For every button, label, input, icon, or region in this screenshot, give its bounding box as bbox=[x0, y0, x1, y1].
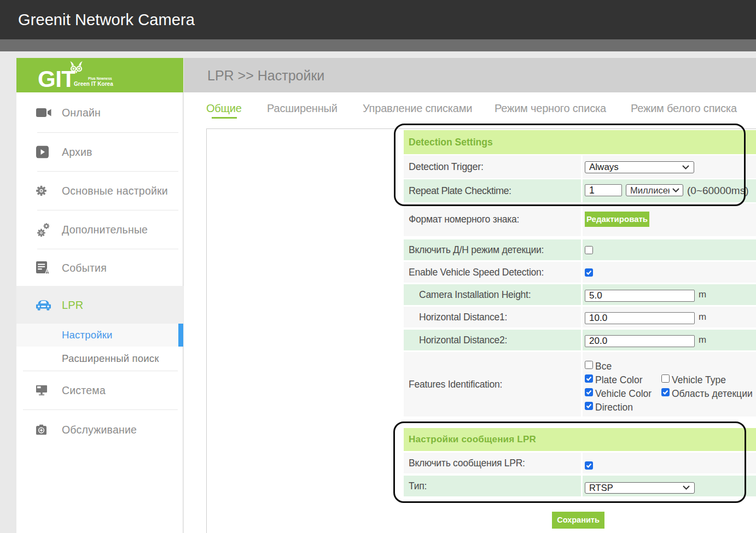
svg-text:Plus Newness: Plus Newness bbox=[88, 77, 112, 80]
svg-text:Green IT Korea: Green IT Korea bbox=[74, 81, 113, 87]
svg-text:GIT: GIT bbox=[38, 66, 75, 92]
